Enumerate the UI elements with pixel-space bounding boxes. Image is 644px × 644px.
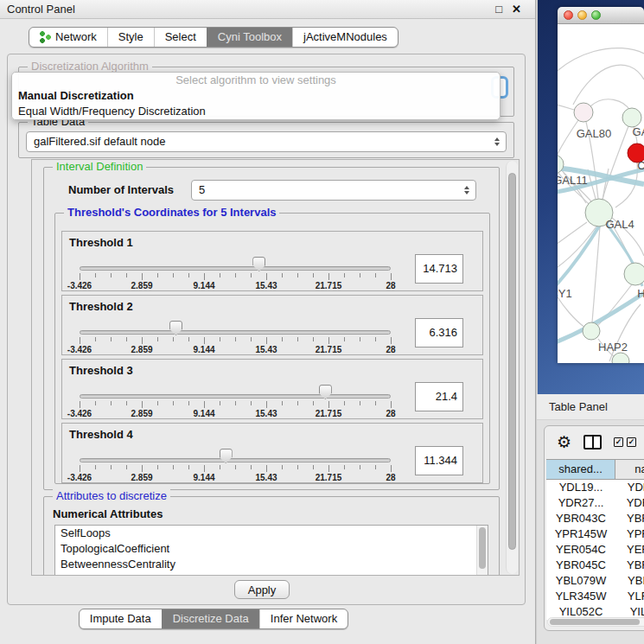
table-panel: ⚙ ✓ ✓ shared...naYDL19...YDL1YDR27...YDR…	[537, 420, 644, 644]
vertical-scrollbar-thumb[interactable]	[508, 173, 516, 550]
dropdown-option[interactable]: Manual Discretization	[12, 88, 500, 104]
slider-tick-label: 15.43	[255, 281, 277, 290]
float-icon[interactable]: □	[495, 0, 502, 18]
slider-tick	[111, 465, 112, 469]
horizontal-scrollbar-thumb[interactable]	[550, 619, 640, 625]
network-window-frame[interactable]: GAL80GACGAL11GAL4GCY1HHAP2	[538, 0, 644, 394]
slider-track[interactable]	[80, 458, 391, 462]
slider-tick-label: 9.144	[193, 473, 214, 482]
slider-track[interactable]	[80, 330, 391, 335]
table-row[interactable]: YDR27...YDR2	[546, 495, 644, 511]
list-scrollbar-thumb[interactable]	[479, 527, 486, 569]
threshold-value-field[interactable]: 11.344	[415, 446, 463, 475]
network-node[interactable]	[583, 322, 600, 340]
attributes-list[interactable]: SelfLoopsTopologicalCoefficientBetweenne…	[54, 525, 488, 576]
tab-cyni-toolbox[interactable]: Cyni Toolbox	[207, 28, 292, 47]
tab-style[interactable]: Style	[107, 28, 154, 47]
network-window[interactable]: GAL80GACGAL11GAL4GCY1HHAP2	[558, 7, 644, 363]
list-scrollbar[interactable]	[476, 526, 488, 576]
table-row[interactable]: YPR145WYPR1	[546, 526, 644, 542]
slider-tick	[344, 273, 345, 277]
horizontal-scrollbar[interactable]	[547, 617, 644, 627]
slider-tick	[220, 401, 220, 405]
network-edge[interactable]	[558, 100, 574, 110]
table-data-combo[interactable]: galFiltered.sif default node	[26, 131, 507, 152]
chevron-updown-icon	[493, 132, 501, 151]
tab-label: jActiveMNodules	[303, 28, 387, 47]
algorithm-group-title: Discretization Algorithm	[28, 60, 152, 73]
slider-tick	[80, 401, 80, 408]
attribute-item[interactable]: TopologicalCoefficient	[55, 541, 488, 557]
slider-track[interactable]	[80, 394, 391, 399]
bottom-tab-bar: Impute DataDiscretize DataInfer Network	[0, 609, 427, 629]
tab-impute-data[interactable]: Impute Data	[80, 609, 162, 628]
close-icon[interactable]: ✕	[512, 0, 521, 18]
network-node[interactable]	[574, 103, 593, 122]
table-row[interactable]: YLR345WYLR3	[546, 589, 644, 604]
slider-tick	[328, 273, 329, 280]
column-header[interactable]: shared...	[546, 460, 615, 479]
tab-network[interactable]: Network	[29, 28, 107, 47]
table-cell: YBR0	[615, 511, 644, 526]
network-edge[interactable]	[573, 65, 644, 105]
slider-tick	[204, 337, 205, 344]
network-node[interactable]	[624, 263, 644, 285]
table-row[interactable]: YBR045CYBR0	[546, 558, 644, 573]
vertical-scrollbar[interactable]	[506, 161, 518, 574]
thresholds-group-title: Threshold's Coordinates for 5 Intervals	[64, 206, 279, 219]
attributes-group-title: Attributes to discretize	[53, 489, 170, 502]
split-view-icon[interactable]	[583, 435, 602, 450]
network-edge[interactable]	[615, 163, 637, 207]
settings-scroll-area: Interval Definition Number of Intervals …	[31, 159, 520, 576]
slider-tick	[266, 465, 267, 472]
window-close-icon[interactable]	[564, 10, 573, 20]
network-node[interactable]	[622, 108, 641, 127]
tab-infer-network[interactable]: Infer Network	[259, 609, 348, 628]
network-edge[interactable]	[558, 48, 644, 93]
gear-icon[interactable]: ⚙	[557, 434, 571, 450]
slider-tick	[391, 401, 392, 408]
tab-jactivemnodules[interactable]: jActiveMNodules	[292, 28, 398, 47]
checkbox-checked-icon[interactable]: ✓	[614, 437, 623, 447]
table-row[interactable]: YDL19...YDL1	[546, 480, 644, 495]
slider-track[interactable]	[80, 266, 391, 271]
tab-discretize-data[interactable]: Discretize Data	[162, 609, 259, 628]
window-minimize-icon[interactable]	[577, 10, 587, 20]
slider-tick-label: -3.426	[67, 281, 92, 290]
table-row[interactable]: YER054CYER0	[546, 542, 644, 558]
checkbox-checked-icon[interactable]: ✓	[627, 437, 636, 447]
slider-tick	[282, 337, 283, 341]
tab-select[interactable]: Select	[154, 28, 207, 47]
threshold-value-field[interactable]: 21.4	[415, 382, 463, 411]
slider-tick-label: -3.426	[67, 473, 92, 482]
slider-tick-label: 2.859	[131, 409, 152, 418]
window-zoom-icon[interactable]	[591, 10, 601, 20]
slider-tick	[266, 337, 267, 344]
table-row[interactable]: YBL079WYBL0	[546, 573, 644, 589]
network-edge[interactable]	[592, 226, 600, 322]
slider-tick	[204, 273, 205, 280]
network-edge[interactable]	[590, 99, 630, 111]
slider-tick	[95, 401, 96, 405]
column-header[interactable]: na	[615, 460, 644, 479]
slider-tick-label: -3.426	[67, 345, 92, 354]
apply-button[interactable]: Apply	[234, 580, 290, 599]
network-node[interactable]	[612, 353, 629, 363]
threshold-value-field[interactable]: 6.316	[415, 318, 463, 348]
settings-panel: Discretization Algorithm Select algorith…	[7, 54, 526, 605]
slider-tick	[282, 465, 283, 469]
attribute-item[interactable]: BetweennessCentrality	[55, 557, 488, 572]
threshold-panel: Threshold 1-3.4262.8599.14415.4321.71528…	[61, 231, 483, 291]
threshold-value-field[interactable]: 14.713	[415, 254, 463, 284]
dropdown-option[interactable]: Equal Width/Frequency Discretization	[12, 104, 500, 119]
slider-tick	[313, 401, 314, 405]
table-row[interactable]: YBR043CYBR0	[546, 511, 644, 526]
network-edge[interactable]	[558, 226, 596, 272]
slider-tick	[126, 337, 127, 341]
attribute-item[interactable]: SelfLoops	[55, 526, 488, 541]
number-of-intervals-combo[interactable]: 5	[191, 180, 476, 201]
network-edge[interactable]	[603, 169, 609, 200]
tab-label: Network	[55, 28, 97, 47]
network-canvas[interactable]: GAL80GACGAL11GAL4GCY1HHAP2	[558, 24, 644, 363]
network-edge[interactable]	[558, 120, 578, 156]
